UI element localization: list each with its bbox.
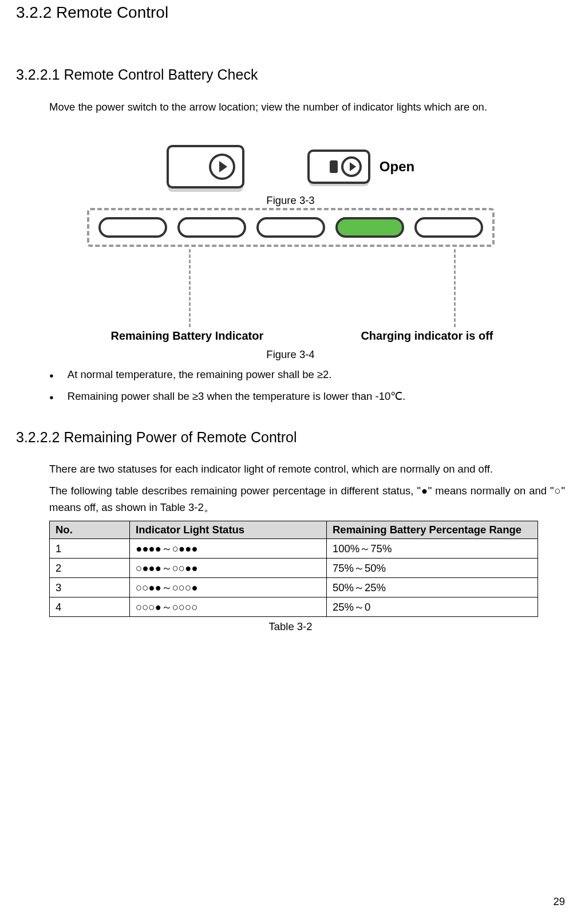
power-switch-closed-icon: [167, 145, 244, 188]
caption-figure-3-4: Figure 3-4: [16, 348, 565, 361]
heading-3-2-2: 3.2.2 Remote Control: [16, 3, 565, 22]
table-3-2: No. Indicator Light Status Remaining Bat…: [49, 521, 538, 617]
td-range: 25%～0: [327, 597, 538, 617]
td-no: 1: [50, 539, 130, 559]
td-indicator: ●●●●～○●●●: [130, 539, 327, 559]
caption-table-3-2: Table 3-2: [16, 620, 565, 633]
battery-led-4-icon: [335, 217, 404, 238]
bullet-dot-icon: ●: [49, 388, 54, 404]
td-indicator: ○○○●～○○○○: [130, 597, 327, 617]
table-row: 1 ●●●●～○●●● 100%～75%: [50, 539, 538, 559]
charging-indicator-off-label: Charging indicator is off: [361, 329, 493, 343]
page-number: 29: [553, 895, 565, 908]
paragraph-table-describe: The following table describes remaining …: [49, 482, 565, 516]
bullet-item: ● Remaining power shall be ≥3 when the t…: [49, 388, 565, 404]
th-indicator: Indicator Light Status: [130, 521, 327, 539]
table-header-row: No. Indicator Light Status Remaining Bat…: [50, 521, 538, 539]
bullet-list: ● At normal temperature, the remaining p…: [49, 367, 565, 404]
remaining-battery-indicator-label: Remaining Battery Indicator: [111, 329, 264, 343]
figure-3-3: Open: [16, 145, 565, 188]
battery-led-1-icon: [98, 217, 167, 238]
figure-3-4: Remaining Battery Indicator Charging ind…: [16, 208, 565, 343]
table-row: 3 ○○●●～○○○● 50%～25%: [50, 578, 538, 597]
caption-figure-3-3: Figure 3-3: [16, 194, 565, 207]
td-range: 75%～50%: [327, 559, 538, 578]
heading-3-2-2-1: 3.2.2.1 Remote Control Battery Check: [16, 66, 565, 83]
paragraph-check-instruction: Move the power switch to the arrow locat…: [49, 99, 565, 115]
table-row: 4 ○○○●～○○○○ 25%～0: [50, 597, 538, 617]
td-indicator: ○●●●～○○●●: [130, 559, 327, 578]
bullet-text: At normal temperature, the remaining pow…: [68, 367, 332, 383]
heading-3-2-2-2: 3.2.2.2 Remaining Power of Remote Contro…: [16, 429, 565, 446]
bullet-text: Remaining power shall be ≥3 when the tem…: [68, 388, 406, 404]
th-range: Remaining Battery Percentage Range: [327, 521, 538, 539]
td-no: 2: [50, 559, 130, 578]
td-range: 50%～25%: [327, 578, 538, 597]
callout-line-right-icon: [454, 249, 456, 327]
paragraph-two-statuses: There are two statuses for each indicato…: [49, 461, 565, 478]
bullet-item: ● At normal temperature, the remaining p…: [49, 367, 565, 383]
th-no: No.: [50, 521, 130, 539]
td-indicator: ○○●●～○○○●: [130, 578, 327, 597]
td-range: 100%～75%: [327, 539, 538, 559]
td-no: 3: [50, 578, 130, 597]
bullet-dot-icon: ●: [49, 367, 54, 383]
battery-led-2-icon: [177, 217, 246, 238]
charging-led-icon: [414, 217, 483, 238]
power-switch-open-icon: [307, 150, 370, 184]
table-row: 2 ○●●●～○○●● 75%～50%: [50, 559, 538, 578]
battery-led-3-icon: [256, 217, 325, 238]
open-label: Open: [380, 159, 414, 175]
td-no: 4: [50, 597, 130, 617]
callout-line-left-icon: [189, 249, 191, 327]
